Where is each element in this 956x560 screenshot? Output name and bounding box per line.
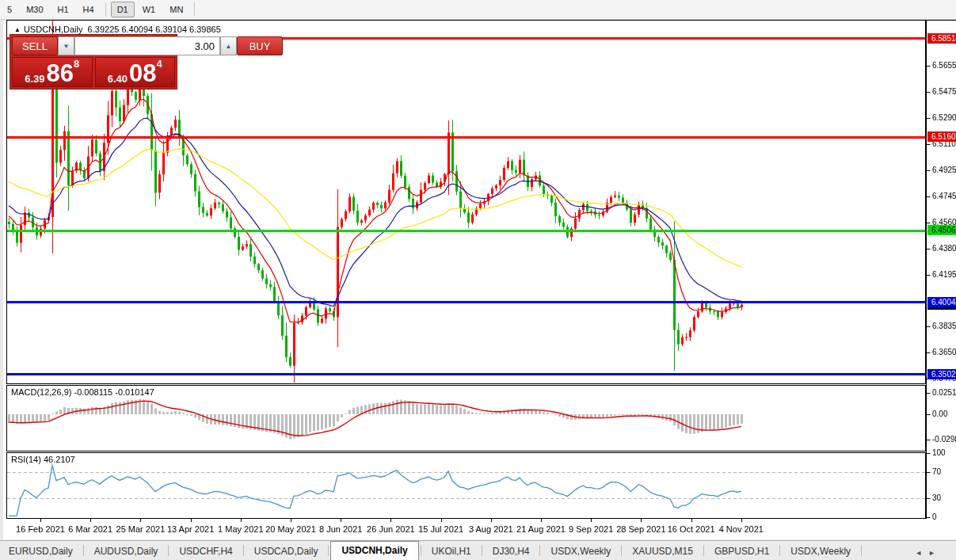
tab-separator: [243, 545, 244, 556]
chart-tab[interactable]: USDCNH,Daily: [330, 541, 418, 560]
tabs-scroll-right-icon[interactable]: ►: [928, 549, 942, 557]
tab-separator: [621, 545, 622, 556]
date-tick-label: 26 Jun 2021: [367, 524, 415, 534]
macd-label: MACD(12,26,9) -0.008115 -0.010147: [11, 387, 154, 397]
chart-tab[interactable]: DJ30,H4: [484, 543, 539, 560]
date-tick-label: 21 Aug 2021: [516, 524, 566, 534]
chart-tab[interactable]: GBPUSD,H1: [706, 543, 778, 560]
macd-tick-label: -0.02988: [932, 435, 956, 444]
date-tick-label: 9 Sep 2021: [569, 524, 613, 534]
tab-separator: [703, 545, 704, 556]
lots-input[interactable]: [74, 36, 220, 55]
sell-quote-panel[interactable]: 6.39 86 8: [12, 57, 93, 87]
rsi-label: RSI(14) 46.2107: [11, 455, 75, 464]
collapse-triangle-icon[interactable]: ▲: [14, 26, 21, 33]
date-tick-label: 1 May 2021: [218, 524, 263, 534]
one-click-trade-widget: SELL ▼ ▲ BUY 6.39 86 8 6.40 08 4: [10, 34, 177, 90]
timeframe-button-5[interactable]: 5: [1, 2, 18, 17]
tab-separator: [421, 545, 421, 556]
timeframe-button-d1[interactable]: D1: [111, 2, 135, 17]
timeframe-button-w1[interactable]: W1: [136, 2, 162, 17]
rsi-tick-label: 0: [932, 512, 937, 521]
sell-button[interactable]: SELL: [12, 36, 58, 55]
rsi-tick-label: 100: [932, 448, 946, 457]
date-tick-label: 6 Mar 2021: [68, 524, 112, 534]
date-tick-label: 16 Feb 2021: [16, 524, 65, 534]
lots-increase-button[interactable]: ▲: [220, 36, 237, 55]
date-tick-label: 13 Apr 2021: [167, 524, 214, 534]
chart-window: ▲USDCNH,Daily 6.39225 6.40094 6.39104 6.…: [0, 20, 956, 539]
date-tick-label: 15 Jul 2021: [418, 524, 463, 534]
sell-price-base: 6.39: [25, 73, 44, 85]
chart-tab[interactable]: USDCAD,Daily: [246, 543, 327, 560]
timeframe-button-m30[interactable]: M30: [20, 2, 49, 17]
tab-separator: [482, 545, 482, 556]
price-tick-label: 6.47450: [932, 192, 956, 200]
buy-button[interactable]: BUY: [237, 36, 283, 55]
price-level-badge: 6.58514: [927, 33, 956, 44]
price-level-badge: 6.45060: [927, 225, 956, 235]
chart-title: ▲USDCNH,Daily 6.39225 6.40094 6.39104 6.…: [14, 25, 221, 34]
tab-separator: [168, 545, 169, 556]
rsi-tick-label: 30: [932, 493, 941, 502]
chart-tab-bar: EURUSD,DailyAUDUSD,DailyUSDCHF,H4USDCAD,…: [0, 540, 956, 560]
price-level-badge: 6.51605: [927, 131, 956, 142]
price-tick-label: 6.52900: [932, 113, 956, 122]
macd-tick-label: 0.00: [932, 410, 947, 418]
buy-price-base: 6.40: [108, 73, 128, 85]
price-tick-label: 6.54750: [932, 87, 956, 96]
tab-separator: [328, 545, 329, 556]
date-tick-label: 28 Sep 2021: [616, 524, 665, 534]
ohlc-values: 6.39225 6.40094 6.39104 6.39865: [88, 25, 221, 34]
price-level-badge: 6.40042: [927, 297, 956, 307]
chart-tab[interactable]: USDCHF,H4: [170, 543, 241, 560]
toolbar-separator: [194, 2, 195, 17]
chart-tab[interactable]: UKOil,H1: [423, 543, 480, 560]
chart-tab[interactable]: XAUUSD,M15: [623, 543, 702, 560]
rsi-value: 46.2107: [44, 455, 75, 464]
lots-decrease-button[interactable]: ▼: [58, 36, 74, 55]
price-tick-label: 6.36500: [932, 348, 956, 356]
chart-tab[interactable]: USDX,Weekly: [782, 543, 859, 560]
tab-separator: [779, 545, 780, 556]
toolbar-separator: [105, 2, 106, 17]
price-tick-label: 6.43800: [932, 244, 956, 253]
symbol-name: USDCNH,Daily: [24, 25, 83, 34]
buy-quote-panel[interactable]: 6.40 08 4: [95, 57, 176, 87]
price-tick-label: 6.38350: [932, 322, 956, 330]
rsi-tick-label: 70: [932, 467, 941, 476]
date-tick-label: 4 Nov 2021: [719, 524, 764, 534]
date-tick-label: 3 Aug 2021: [469, 524, 513, 534]
price-tick-label: 6.49250: [932, 166, 956, 174]
price-level-badge: 6.35025: [927, 369, 956, 379]
chart-tab[interactable]: AUDUSD,Daily: [86, 543, 167, 560]
tab-separator: [83, 545, 84, 556]
price-tick-label: 6.56550: [932, 61, 956, 70]
timeframe-button-mn[interactable]: MN: [163, 2, 189, 17]
buy-price-point: 4: [157, 59, 162, 69]
timeframe-button-h1[interactable]: H1: [51, 2, 75, 17]
tab-separator: [539, 545, 540, 556]
date-tick-label: 16 Oct 2021: [668, 524, 715, 534]
chart-tab[interactable]: USDX,Weekly: [542, 543, 619, 560]
macd-values: -0.008115 -0.010147: [74, 387, 154, 397]
buy-price-pips: 08: [129, 63, 156, 85]
timeframe-button-h4[interactable]: H4: [77, 2, 101, 17]
timeframe-toolbar: 5M30H1H4D1W1MN: [0, 0, 956, 20]
price-chart-canvas[interactable]: [3, 20, 956, 539]
chart-tab[interactable]: EURUSD,Daily: [0, 543, 82, 560]
sell-price-point: 8: [74, 59, 79, 69]
price-tick-label: 6.41950: [932, 270, 956, 279]
tab-separator: [861, 545, 862, 556]
date-tick-label: 25 Mar 2021: [116, 524, 166, 534]
sell-price-pips: 86: [47, 63, 74, 85]
tabs-scroll-left-icon[interactable]: ◄: [915, 549, 928, 557]
macd-tick-label: 0.025108: [932, 388, 956, 397]
date-tick-label: 20 May 2021: [265, 524, 316, 534]
date-tick-label: 8 Jun 2021: [319, 524, 362, 534]
